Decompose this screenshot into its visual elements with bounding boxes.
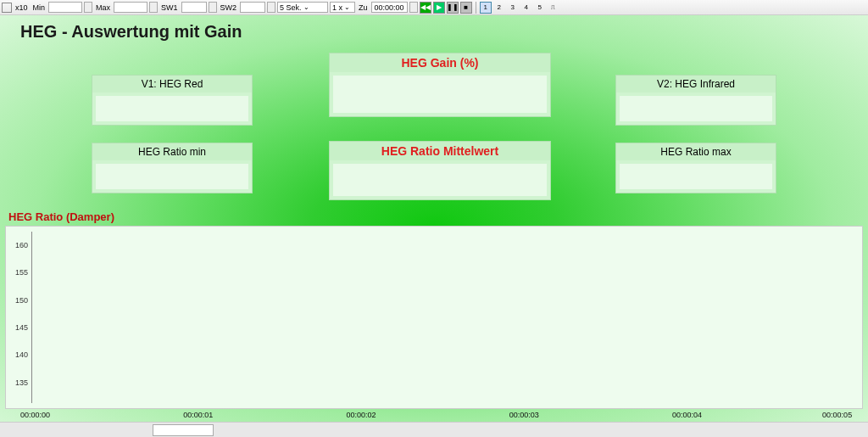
y-tick: 150 (15, 296, 28, 305)
x-tick: 00:00:00 (20, 411, 50, 419)
sw2-input[interactable] (240, 2, 265, 13)
panel-ratio-min: HEG Ratio min (92, 143, 253, 193)
plot-region (31, 232, 857, 403)
sw1-input[interactable] (181, 2, 207, 13)
panel-ratio-mittelwert: HEG Ratio Mittelwert (329, 141, 551, 200)
sw1-spinner[interactable] (209, 2, 217, 13)
rewind-button[interactable]: ◀◀ (420, 2, 431, 14)
x-tick: 00:00:02 (346, 411, 376, 419)
page-2-button[interactable]: 2 (493, 2, 505, 14)
play-button[interactable]: ▶ (433, 2, 445, 14)
min-input[interactable] (48, 2, 82, 13)
time-spinner[interactable] (409, 2, 418, 13)
panel-ratio-mittel-title: HEG Ratio Mittelwert (330, 142, 550, 160)
main-area: HEG - Auswertung mit Gain HEG Gain (%) V… (0, 15, 868, 437)
x-axis: 00:00:00 00:00:01 00:00:02 00:00:03 00:0… (5, 411, 863, 423)
y-tick: 140 (15, 350, 28, 359)
max-spinner[interactable] (149, 2, 158, 13)
toolbar: x10 Min Max SW1 SW2 5 Sek. 1 x Zu 00:00:… (0, 0, 868, 15)
panel-v2-value (620, 96, 772, 121)
panel-heg-gain-title: HEG Gain (%) (330, 53, 550, 72)
page-5-button[interactable]: 5 (534, 2, 546, 14)
zu-label: Zu (359, 3, 368, 12)
panel-ratio-min-value (96, 164, 248, 189)
panel-heg-gain: HEG Gain (%) (329, 53, 551, 117)
page-4-button[interactable]: 4 (520, 2, 532, 14)
x-tick: 00:00:05 (822, 411, 852, 419)
panel-ratio-min-title: HEG Ratio min (92, 143, 252, 160)
page-title: HEG - Auswertung mit Gain (20, 22, 242, 42)
cursor-tool[interactable] (2, 3, 12, 13)
x-tick: 00:00:04 (672, 411, 702, 419)
min-spinner[interactable] (84, 2, 92, 13)
max-input[interactable] (114, 2, 147, 13)
panel-v1-value (96, 96, 248, 121)
y-tick: 160 (15, 241, 28, 249)
min-label: Min (33, 3, 46, 12)
sw2-label: SW2 (220, 3, 237, 12)
page-1-button[interactable]: 1 (480, 2, 492, 14)
sw2-spinner[interactable] (267, 2, 275, 13)
panel-v1-red: V1: HEG Red (92, 75, 253, 126)
panel-ratio-max-title: HEG Ratio max (616, 143, 776, 160)
chart-area[interactable]: 160 155 150 145 140 135 (5, 226, 863, 409)
x10-label: x10 (15, 3, 28, 12)
chart-title: HEG Ratio (Damper) (8, 210, 114, 223)
x-tick: 00:00:03 (509, 411, 539, 419)
page-3-button[interactable]: 3 (507, 2, 519, 14)
stop-button[interactable]: ■ (460, 2, 472, 14)
y-tick: 145 (15, 323, 28, 332)
max-label: Max (96, 3, 110, 12)
y-tick: 155 (15, 268, 28, 277)
sw1-label: SW1 (161, 3, 178, 12)
duration-dropdown[interactable]: 5 Sek. (277, 2, 328, 13)
x-tick: 00:00:01 (183, 411, 213, 419)
separator (476, 2, 476, 14)
panel-ratio-max: HEG Ratio max (615, 143, 776, 193)
panel-heg-gain-value (333, 76, 547, 113)
status-bar (0, 422, 868, 437)
time-display[interactable]: 00:00:00 (371, 2, 408, 13)
panel-ratio-mittel-value (333, 164, 547, 196)
speed-dropdown[interactable]: 1 x (330, 2, 355, 13)
y-tick: 135 (15, 378, 28, 387)
layout-button[interactable]: ⎍ (548, 2, 559, 14)
panel-v1-title: V1: HEG Red (92, 76, 252, 92)
panel-v2-infrared: V2: HEG Infrared (615, 75, 776, 126)
panel-v2-title: V2: HEG Infrared (616, 76, 776, 92)
pause-button[interactable]: ❚❚ (447, 2, 459, 14)
panel-ratio-max-value (620, 164, 772, 189)
y-axis: 160 155 150 145 140 135 (6, 232, 31, 403)
